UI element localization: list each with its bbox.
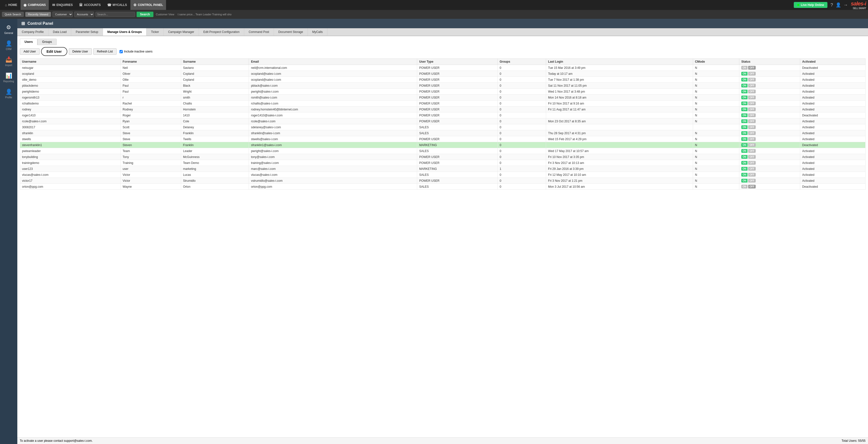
customer-dropdown[interactable]: Customer (53, 12, 73, 17)
table-row[interactable]: rcole@sales-i.com Ryan Cole rcole@sales-… (20, 118, 866, 124)
toggle-on[interactable]: ON (741, 119, 747, 123)
toggle-off[interactable]: OFF (748, 84, 756, 87)
tab-command-post[interactable]: Command Post (244, 28, 274, 36)
toggle-on[interactable]: ON (741, 108, 747, 111)
sidebar-item-import[interactable]: 📥 Import (0, 54, 17, 69)
sidebar-item-reporting[interactable]: 📊 Reporting (0, 69, 17, 86)
tab-ticker[interactable]: Ticker (147, 28, 163, 36)
table-row[interactable]: tonybuilding Tony McGuinness tony@sales-… (20, 154, 866, 160)
edit-user-button[interactable]: Edit User (41, 47, 67, 56)
table-row[interactable]: neisugar Neil Saviano neil@crm.internati… (20, 65, 866, 71)
nav-enquiries[interactable]: ✉ ENQUIRIES (49, 0, 76, 10)
cell-toggle[interactable]: ONOFF (739, 130, 800, 136)
search-input[interactable] (95, 12, 135, 17)
toggle-on[interactable]: ON (741, 131, 747, 135)
toggle-on[interactable]: ON (741, 84, 747, 87)
toggle-off[interactable]: OFF (748, 125, 756, 129)
nav-control-panel[interactable]: ⚙ CONTROL PANEL (130, 0, 166, 10)
sub-tab-users[interactable]: Users (20, 39, 37, 45)
sub-tab-groups[interactable]: Groups (37, 39, 56, 45)
cell-toggle[interactable]: ONOFF (739, 154, 800, 160)
toggle-off[interactable]: OFF (748, 131, 756, 135)
add-user-button[interactable]: Add User (20, 48, 39, 55)
table-row[interactable]: victor17 Victor Strumidlo vstrumidlo@sal… (20, 178, 866, 184)
tab-parameter-setup[interactable]: Parameter Setup (71, 28, 103, 36)
nav-mycalls[interactable]: ☎ MYCALLS (104, 0, 130, 10)
nav-home[interactable]: ⌂ HOME (2, 0, 20, 10)
cell-toggle[interactable]: ONOFF (739, 160, 800, 166)
table-row[interactable]: 30082017 Scott Delaney sdelaney@sales-i.… (20, 124, 866, 130)
live-help-button[interactable]: Live Help Online (794, 2, 828, 8)
table-row[interactable]: stwells Steve Twells stwells@sales-i.com… (20, 136, 866, 142)
toggle-off[interactable]: OFF (748, 137, 756, 141)
toggle-off[interactable]: OFF (748, 119, 756, 123)
toggle-on[interactable]: ON (741, 125, 747, 129)
toggle-off[interactable]: OFF (748, 113, 756, 117)
quick-search-button[interactable]: Quick Search (2, 12, 24, 17)
cell-toggle[interactable]: ONOFF (739, 166, 800, 172)
toggle-off-active[interactable]: OFF (748, 66, 756, 69)
toggle-on[interactable]: ON (741, 179, 747, 182)
tab-company-profile[interactable]: Company Profile (17, 28, 49, 36)
table-row[interactable]: orton@ppg.com Wayne Orton orton@ppg.com … (20, 184, 866, 190)
cell-toggle[interactable]: ONOFF (739, 172, 800, 178)
table-row[interactable]: sfranklin Steve Franklin sfranklin@sales… (20, 130, 866, 136)
toggle-off[interactable]: OFF (748, 108, 756, 111)
toggle-on[interactable]: ON (741, 137, 747, 141)
toggle-on[interactable]: ON (741, 96, 747, 99)
help-icon[interactable]: ? (830, 2, 833, 8)
cell-toggle[interactable]: ONOFF (739, 83, 800, 89)
sidebar-item-profile[interactable]: 👤 Profile (0, 86, 17, 102)
cell-toggle[interactable]: ONOFF (739, 124, 800, 130)
table-row[interactable]: ollie_demo Ollie Copland ocopland@sales-… (20, 77, 866, 83)
tab-prospect-config[interactable]: Edit Prospect Configuration (199, 28, 244, 36)
recently-viewed-button[interactable]: Recently Viewed (25, 12, 51, 17)
toggle-off-active[interactable]: OFF (748, 185, 756, 188)
tab-document-storage[interactable]: Document Storage (274, 28, 308, 36)
toggle-on[interactable]: ON (741, 90, 747, 93)
toggle-on[interactable]: ON (741, 173, 747, 177)
cell-toggle[interactable]: ONOFF (739, 136, 800, 142)
toggle-off[interactable]: OFF (748, 90, 756, 93)
cell-toggle[interactable]: ONOFF (739, 178, 800, 184)
table-row[interactable]: rogersmith13 r smith rsmith@sales-i.com … (20, 95, 866, 100)
sidebar-item-crm[interactable]: 👤 CRM (0, 37, 17, 54)
toggle-on[interactable]: ON (741, 143, 747, 147)
toggle-off[interactable]: OFF (748, 155, 756, 159)
toggle-on[interactable]: ON (741, 72, 747, 76)
toggle-off[interactable]: OFF (748, 173, 756, 177)
logout-icon[interactable]: → (843, 2, 848, 8)
cell-toggle[interactable]: ONOFF (739, 71, 800, 77)
table-row[interactable]: ocopland Oliver Copland ocopland@sales-i… (20, 71, 866, 77)
toggle-off[interactable]: OFF (748, 143, 756, 147)
toggle-on[interactable]: ON (741, 161, 747, 165)
table-row[interactable]: roger1410 Roger 1410 roger1410@sales-i.c… (20, 112, 866, 118)
cell-toggle[interactable]: ONOFF (739, 89, 800, 95)
table-row[interactable]: pwteamleader Team Leader pwright@sales-i… (20, 148, 866, 154)
nav-campaigns[interactable]: ◉ CAMPAIGNS (21, 0, 49, 10)
cell-toggle[interactable]: ONOFF (739, 77, 800, 83)
user-icon[interactable]: 👤 (836, 2, 841, 8)
toggle-off[interactable]: OFF (748, 96, 756, 99)
table-row[interactable]: rodney Rodney Hornstein rodney.hornstein… (20, 107, 866, 112)
cell-toggle[interactable]: ONOFF (739, 118, 800, 124)
accounts-dropdown[interactable]: Accounts (74, 12, 94, 17)
cell-toggle[interactable]: ONOFF (739, 184, 800, 190)
toggle-on[interactable]: ON (741, 149, 747, 153)
toggle-on[interactable]: ON (741, 155, 747, 159)
sidebar-item-general[interactable]: ⚙ General (0, 21, 17, 37)
cell-toggle[interactable]: ONOFF (739, 112, 800, 118)
tab-mycalls[interactable]: MyCalls (308, 28, 328, 36)
toggle-off[interactable]: OFF (748, 78, 756, 82)
delete-user-button[interactable]: Delete User (69, 48, 92, 55)
table-row[interactable]: stevenfranklin1 Steven Franklin sfrankli… (20, 142, 866, 148)
cell-toggle[interactable]: ONOFF (739, 148, 800, 154)
cell-toggle[interactable]: ONOFF (739, 65, 800, 71)
toggle-on[interactable]: ON (741, 167, 747, 171)
toggle-on[interactable]: ON (741, 78, 747, 82)
cell-toggle[interactable]: ONOFF (739, 142, 800, 148)
table-row[interactable]: pwrightdemo Paul Wright pwright@sales-i.… (20, 89, 866, 95)
refresh-list-button[interactable]: Refresh List (93, 48, 117, 55)
toggle-off[interactable]: OFF (748, 72, 756, 76)
search-button[interactable]: Search (136, 12, 153, 17)
